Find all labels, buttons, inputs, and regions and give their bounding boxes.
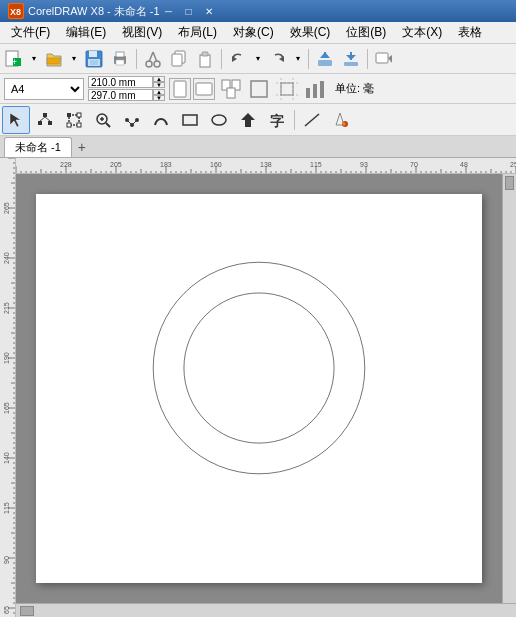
export-button[interactable] bbox=[339, 47, 363, 71]
undo-button[interactable] bbox=[226, 47, 250, 71]
svg-rect-6 bbox=[89, 51, 97, 57]
separator1 bbox=[136, 49, 137, 69]
close-button[interactable]: ✕ bbox=[200, 4, 218, 18]
paste-button[interactable] bbox=[193, 47, 217, 71]
add-tab-button[interactable]: + bbox=[72, 137, 92, 157]
svg-rect-29 bbox=[376, 53, 388, 63]
menu-object[interactable]: 对象(C) bbox=[226, 21, 281, 44]
page-canvas bbox=[36, 194, 482, 583]
svg-rect-10 bbox=[116, 52, 124, 57]
maximize-button[interactable]: □ bbox=[180, 4, 198, 18]
svg-marker-46 bbox=[43, 113, 47, 117]
height-input[interactable] bbox=[88, 89, 153, 101]
svg-line-62 bbox=[127, 120, 132, 125]
svg-rect-8 bbox=[90, 60, 98, 65]
svg-marker-47 bbox=[48, 121, 52, 125]
undo-dropdown[interactable]: ▾ bbox=[252, 47, 264, 71]
app-icon: X8 bbox=[8, 3, 24, 19]
chart-button[interactable] bbox=[303, 77, 327, 101]
separator4 bbox=[367, 49, 368, 69]
outer-circle[interactable] bbox=[153, 262, 365, 474]
menu-view[interactable]: 视图(V) bbox=[115, 21, 169, 44]
bleed-button[interactable] bbox=[275, 77, 299, 101]
vertical-scrollbar[interactable] bbox=[502, 174, 516, 603]
node-tool[interactable] bbox=[31, 106, 59, 134]
redo-dropdown[interactable]: ▾ bbox=[292, 47, 304, 71]
svg-text:+: + bbox=[12, 56, 17, 66]
transform-tool[interactable] bbox=[60, 106, 88, 134]
width-down[interactable]: ▼ bbox=[153, 82, 165, 88]
svg-rect-35 bbox=[251, 81, 267, 97]
title-bar: X8 CorelDRAW X8 - 未命名 -1 ─ □ ✕ bbox=[0, 0, 516, 22]
menu-edit[interactable]: 编辑(E) bbox=[59, 21, 113, 44]
svg-line-56 bbox=[106, 123, 110, 127]
menu-table[interactable]: 表格 bbox=[451, 21, 489, 44]
property-bar: A4 A3 A5 Letter ▲ ▼ ▲ ▼ bbox=[0, 74, 516, 104]
ruler-left bbox=[0, 158, 16, 617]
all-pages-button[interactable] bbox=[219, 77, 243, 101]
import-button[interactable] bbox=[313, 47, 337, 71]
canvas-area[interactable] bbox=[16, 174, 502, 603]
tab-label: 未命名 -1 bbox=[15, 140, 61, 155]
svg-line-49 bbox=[45, 117, 50, 121]
height-down[interactable]: ▼ bbox=[153, 95, 165, 101]
copy-button[interactable] bbox=[167, 47, 191, 71]
fill-tool[interactable] bbox=[327, 106, 355, 134]
redo-button[interactable] bbox=[266, 47, 290, 71]
menu-file[interactable]: 文件(F) bbox=[4, 21, 57, 44]
ellipse-tool[interactable] bbox=[205, 106, 233, 134]
text-tool[interactable]: 字 bbox=[263, 106, 291, 134]
width-input[interactable] bbox=[88, 76, 153, 88]
line-tool[interactable] bbox=[298, 106, 326, 134]
menu-layout[interactable]: 布局(L) bbox=[171, 21, 224, 44]
svg-rect-11 bbox=[116, 60, 124, 65]
svg-rect-51 bbox=[67, 113, 71, 117]
svg-marker-66 bbox=[241, 113, 255, 127]
window-controls: ─ □ ✕ bbox=[160, 4, 218, 18]
arrow-tool[interactable] bbox=[234, 106, 262, 134]
page-size-select[interactable]: A4 A3 A5 Letter bbox=[4, 78, 84, 100]
svg-rect-26 bbox=[344, 62, 358, 66]
svg-line-15 bbox=[149, 52, 153, 62]
tab-unnamed[interactable]: 未命名 -1 bbox=[4, 137, 72, 157]
svg-rect-31 bbox=[196, 83, 212, 95]
publish-button[interactable] bbox=[372, 47, 396, 71]
width-spinner: ▲ ▼ bbox=[153, 76, 165, 88]
portrait-button[interactable] bbox=[169, 78, 191, 100]
select-tool[interactable] bbox=[2, 106, 30, 134]
menu-bitmap[interactable]: 位图(B) bbox=[339, 21, 393, 44]
print-button[interactable] bbox=[108, 47, 132, 71]
svg-marker-45 bbox=[38, 121, 42, 125]
zoom-tool[interactable] bbox=[89, 106, 117, 134]
svg-rect-19 bbox=[200, 55, 210, 67]
svg-marker-44 bbox=[10, 113, 21, 127]
cut-button[interactable] bbox=[141, 47, 165, 71]
menu-effects[interactable]: 效果(C) bbox=[283, 21, 338, 44]
separator2 bbox=[221, 49, 222, 69]
inner-circle[interactable] bbox=[184, 293, 334, 443]
horizontal-scrollbar[interactable] bbox=[16, 603, 516, 617]
canvas-container bbox=[16, 174, 516, 603]
new-dropdown[interactable]: ▾ bbox=[28, 47, 40, 71]
svg-rect-43 bbox=[320, 81, 324, 98]
svg-line-68 bbox=[305, 114, 319, 126]
minimize-button[interactable]: ─ bbox=[160, 4, 178, 18]
svg-rect-42 bbox=[313, 84, 317, 98]
rect-tool[interactable] bbox=[176, 106, 204, 134]
new-button[interactable]: + bbox=[2, 47, 26, 71]
menu-text[interactable]: 文本(X) bbox=[395, 21, 449, 44]
open-dropdown[interactable]: ▾ bbox=[68, 47, 80, 71]
freehand-tool[interactable] bbox=[118, 106, 146, 134]
height-spinner: ▲ ▼ bbox=[153, 89, 165, 101]
orientation-buttons bbox=[169, 78, 215, 100]
svg-rect-36 bbox=[281, 83, 293, 95]
content-area bbox=[0, 158, 516, 617]
svg-rect-23 bbox=[318, 60, 332, 66]
svg-text:X8: X8 bbox=[10, 7, 21, 17]
curve-tool[interactable] bbox=[147, 106, 175, 134]
open-button[interactable] bbox=[42, 47, 66, 71]
svg-rect-30 bbox=[174, 81, 186, 97]
page-border-button[interactable] bbox=[247, 77, 271, 101]
landscape-button[interactable] bbox=[193, 78, 215, 100]
save-button[interactable] bbox=[82, 47, 106, 71]
